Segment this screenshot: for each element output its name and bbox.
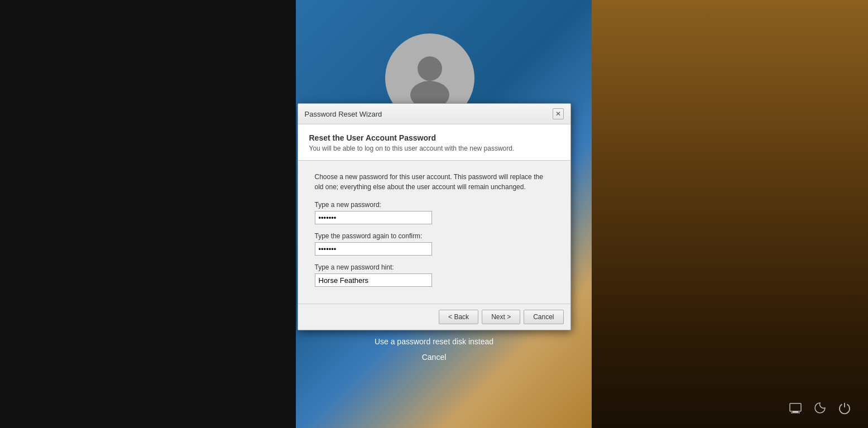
password-hint-label: Type a new password hint: — [315, 263, 554, 271]
dialog-body: Choose a new password for this user acco… — [298, 161, 570, 304]
confirm-password-group: Type the password again to confirm: — [315, 232, 554, 256]
dialog-header-title: Reset the User Account Password — [309, 133, 559, 142]
dialog-header: Reset the User Account Password You will… — [298, 124, 570, 161]
password-hint-group: Type a new password hint: — [315, 263, 554, 287]
dialog-overlay: Password Reset Wizard ✕ Reset the User A… — [0, 0, 868, 428]
new-password-label: Type a new password: — [315, 201, 554, 209]
next-button[interactable]: Next > — [482, 310, 520, 324]
back-button[interactable]: < Back — [439, 310, 478, 324]
password-reset-dialog: Password Reset Wizard ✕ Reset the User A… — [298, 103, 571, 330]
new-password-group: Type a new password: — [315, 201, 554, 224]
dialog-title-bar: Password Reset Wizard ✕ — [298, 104, 570, 124]
confirm-password-label: Type the password again to confirm: — [315, 232, 554, 240]
new-password-input[interactable] — [315, 211, 432, 224]
dialog-title: Password Reset Wizard — [305, 110, 382, 118]
dialog-footer: < Back Next > Cancel — [298, 304, 570, 330]
dialog-close-button[interactable]: ✕ — [553, 108, 564, 119]
confirm-password-input[interactable] — [315, 242, 432, 256]
dialog-header-subtitle: You will be able to log on to this user … — [309, 145, 559, 152]
dialog-description: Choose a new password for this user acco… — [315, 172, 554, 192]
cancel-button[interactable]: Cancel — [524, 310, 563, 324]
password-hint-input[interactable] — [315, 273, 432, 287]
